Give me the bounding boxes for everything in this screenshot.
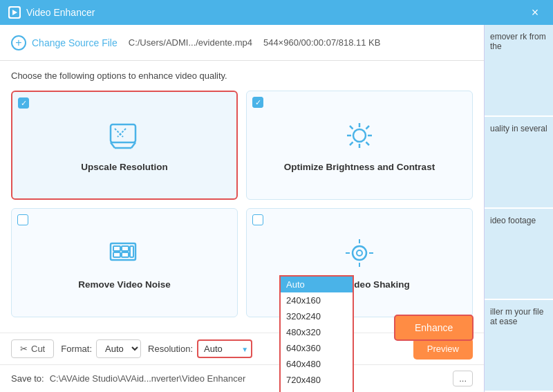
resolution-group: Resolution: Auto ▼ [148, 339, 252, 358]
enhance-area: Enhance [394, 315, 474, 341]
right-panel-section-3: ideo footage [485, 209, 553, 301]
right-panel-section-2: uality in several [485, 117, 553, 209]
change-source-button[interactable]: + Change Source File [11, 35, 118, 50]
svg-line-13 [350, 126, 353, 129]
svg-rect-18 [113, 246, 120, 251]
scissors-icon: ✂ [20, 344, 28, 354]
enhance-button[interactable]: Enhance [394, 315, 474, 341]
format-group: Format: Auto [61, 339, 141, 358]
svg-line-15 [366, 126, 370, 129]
right-panel-text-3: ideo footage [490, 216, 536, 225]
file-meta: 544×960/00:00:07/818.11 KB [263, 37, 381, 48]
save-bar: Save to: C:\AVAide Studio\AVAid...nverte… [0, 364, 484, 392]
svg-rect-22 [130, 246, 133, 257]
titlebar-left: Video Enhancer [8, 6, 95, 19]
resolution-option-720x480[interactable]: 720x480 [281, 372, 353, 388]
svg-rect-2 [111, 124, 135, 142]
svg-point-24 [357, 250, 362, 256]
svg-line-6 [115, 129, 123, 137]
resolution-option-640x360[interactable]: 640x360 [281, 340, 353, 356]
right-panel-text-1: emover rk from the [490, 32, 546, 51]
card-noise-label: Remove Video Noise [78, 279, 170, 290]
right-panel: emover rk from the uality in several ide… [484, 25, 553, 392]
svg-line-14 [366, 142, 370, 145]
format-dropdown-wrapper: Auto [96, 339, 141, 358]
resolution-label: Resolution: [148, 344, 193, 354]
resolution-option-720x576[interactable]: 720x576 [281, 388, 353, 392]
titlebar-title: Video Enhancer [26, 7, 95, 18]
svg-line-7 [118, 129, 126, 137]
svg-point-8 [353, 129, 366, 142]
resolution-select[interactable]: Auto [197, 339, 252, 358]
resolution-option-640x480[interactable]: 640x480 [281, 356, 353, 372]
feature-cards: Upscale Resolution [11, 91, 473, 317]
save-label: Save to: [11, 373, 44, 384]
close-button[interactable]: × [525, 3, 545, 22]
source-bar: + Change Source File C:/Users/ADMI.../ev… [0, 25, 484, 61]
cut-button[interactable]: ✂ Cut [11, 339, 54, 358]
svg-line-16 [350, 142, 353, 145]
card-brightness[interactable]: Optimize Brightness and Contrast [246, 91, 473, 200]
right-panel-section-4: iller m your file at ease [485, 300, 553, 392]
svg-rect-21 [122, 252, 129, 257]
right-panel-text-4: iller m your file at ease [490, 307, 543, 326]
resolution-dropdown-wrapper: Auto ▼ [197, 339, 252, 358]
preview-button[interactable]: Preview [413, 338, 473, 360]
right-panel-text-2: uality in several [490, 124, 547, 133]
format-label: Format: [61, 344, 92, 354]
svg-rect-19 [122, 246, 129, 251]
plus-icon: + [11, 35, 26, 50]
app-icon [8, 6, 21, 19]
browse-button[interactable]: ... [453, 371, 473, 386]
card-upscale-label: Upscale Resolution [81, 162, 167, 172]
checkbox-shake[interactable] [252, 214, 263, 225]
resolution-option-240x160[interactable]: 240x160 [281, 292, 353, 308]
noise-icon [108, 236, 141, 272]
change-source-label: Change Source File [32, 37, 118, 48]
titlebar: Video Enhancer × [0, 0, 553, 25]
cut-label: Cut [31, 344, 45, 354]
resolution-option-320x240[interactable]: 320x240 [281, 308, 353, 324]
svg-point-23 [353, 246, 366, 260]
checkbox-upscale[interactable] [18, 97, 29, 109]
subtitle-text: Choose the following options to enhance … [11, 71, 473, 81]
right-panel-section-1: emover rk from the [485, 25, 553, 117]
content-area: Choose the following options to enhance … [0, 61, 484, 333]
save-path: C:\AVAide Studio\AVAid...nverter\Video E… [50, 373, 447, 384]
svg-rect-20 [113, 252, 120, 257]
brightness-icon [343, 119, 376, 155]
card-upscale[interactable]: Upscale Resolution [11, 91, 238, 200]
shake-icon [343, 236, 376, 272]
checkbox-brightness[interactable] [252, 97, 263, 108]
resolution-option-auto[interactable]: Auto [281, 277, 353, 292]
format-select[interactable]: Auto [96, 339, 141, 358]
resolution-option-480x320[interactable]: 480x320 [281, 324, 353, 340]
card-noise[interactable]: Remove Video Noise [11, 208, 238, 317]
file-path: C:/Users/ADMI.../evidente.mp4 [129, 37, 252, 48]
checkbox-noise[interactable] [17, 214, 28, 225]
upscale-icon [108, 119, 141, 155]
card-brightness-label: Optimize Brightness and Contrast [284, 162, 435, 172]
resolution-dropdown-popup: Auto 240x160 320x240 480x320 640x360 640… [279, 275, 354, 392]
